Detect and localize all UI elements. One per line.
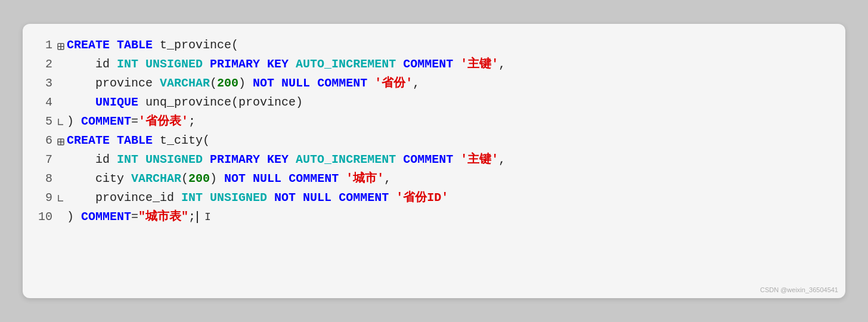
code-token: ): [67, 210, 81, 224]
code-token: 200: [188, 172, 210, 185]
line-fold-icon: [57, 39, 66, 54]
code-token: COMMENT: [310, 76, 367, 90]
code-line: 2 id INT UNSIGNED PRIMARY KEY AUTO_INCRE…: [35, 55, 827, 74]
indent: [67, 150, 95, 169]
code-token: COMMENT: [396, 153, 453, 166]
code-line: 6CREATE TABLE t_city(: [35, 131, 827, 150]
line-number: 8: [35, 169, 52, 188]
line-content: city VARCHAR(200) NOT NULL COMMENT '城市',: [95, 169, 391, 188]
code-token: CREATE TABLE: [67, 38, 153, 52]
line-number: 7: [35, 150, 52, 169]
code-line: 1CREATE TABLE t_province(: [35, 36, 827, 55]
code-line: 10) COMMENT="城市表"; I: [35, 208, 827, 227]
line-content: ) COMMENT='省份表';: [67, 112, 196, 131]
code-token: UNSIGNED: [203, 191, 267, 205]
code-token: =: [131, 210, 138, 224]
code-token: UNSIGNED: [138, 153, 203, 166]
code-token: INT: [174, 191, 203, 205]
code-token: (: [210, 76, 217, 90]
code-token: COMMENT: [396, 57, 453, 71]
code-token: INT: [110, 153, 138, 166]
code-token: COMMENT: [331, 191, 389, 205]
code-block: 1CREATE TABLE t_province(2 id INT UNSIGN…: [35, 36, 827, 227]
line-content: UNIQUE unq_province(province): [95, 93, 303, 112]
line-number: 10: [35, 208, 52, 227]
code-token: city: [95, 172, 124, 185]
line-content: province_id INT UNSIGNED NOT NULL COMMEN…: [95, 188, 448, 208]
line-content: id INT UNSIGNED PRIMARY KEY AUTO_INCREME…: [95, 150, 506, 169]
code-token: COMMENT: [81, 114, 131, 128]
code-token: CREATE TABLE: [67, 134, 153, 147]
code-line: 5) COMMENT='省份表';: [35, 112, 827, 131]
code-token: PRIMARY KEY: [203, 153, 289, 166]
code-token: NOT NULL: [217, 172, 281, 185]
code-token: 200: [217, 76, 238, 90]
code-token: '省份ID': [389, 191, 448, 205]
watermark: CSDN @weixin_36504541: [760, 286, 838, 293]
code-token: INT: [110, 57, 138, 71]
line-fold-icon: [57, 134, 66, 150]
code-token: ): [238, 76, 246, 90]
code-token: AUTO_INCREMENT: [289, 57, 396, 71]
line-number: 5: [35, 112, 52, 131]
code-token: ,: [384, 172, 391, 185]
line-number: 2: [35, 55, 52, 74]
code-token: province_id: [95, 191, 174, 205]
indent: [67, 93, 95, 112]
code-token: PRIMARY KEY: [203, 57, 289, 71]
code-token: '主键': [453, 153, 498, 166]
indent: [67, 188, 95, 208]
code-token: ,: [413, 76, 420, 90]
code-token: NOT NULL: [267, 191, 331, 205]
code-token: AUTO_INCREMENT: [289, 153, 396, 166]
code-token: province: [95, 76, 153, 90]
line-content: CREATE TABLE t_city(: [67, 131, 210, 150]
code-token: UNSIGNED: [138, 57, 203, 71]
code-token: =: [131, 114, 138, 128]
code-token: '城市': [339, 172, 384, 185]
line-number: 4: [35, 93, 52, 112]
code-container: 1CREATE TABLE t_province(2 id INT UNSIGN…: [23, 24, 845, 298]
code-token: '主键': [453, 57, 498, 71]
code-token: COMMENT: [281, 172, 339, 185]
code-token: ;: [188, 114, 196, 128]
code-token: "城市表": [138, 210, 188, 224]
line-content: id INT UNSIGNED PRIMARY KEY AUTO_INCREME…: [95, 55, 506, 74]
line-content: province VARCHAR(200) NOT NULL COMMENT '…: [95, 74, 420, 93]
indent: [67, 74, 95, 93]
code-token: unq_province(province): [138, 95, 303, 109]
line-number: 3: [35, 74, 52, 93]
code-token: ): [67, 114, 81, 128]
code-token: COMMENT: [81, 210, 131, 224]
code-token: ): [210, 172, 217, 185]
line-number: 9: [35, 188, 52, 208]
line-content: ) COMMENT="城市表"; I: [67, 208, 211, 227]
code-token: t_province(: [153, 38, 238, 52]
line-fold-icon: [57, 115, 66, 131]
code-line: 3 province VARCHAR(200) NOT NULL COMMENT…: [35, 74, 827, 93]
line-number: 1: [35, 36, 52, 55]
code-line: 8 city VARCHAR(200) NOT NULL COMMENT '城市…: [35, 169, 827, 188]
indent: [67, 169, 95, 188]
code-line: 4 UNIQUE unq_province(province): [35, 93, 827, 112]
code-line: 9 province_id INT UNSIGNED NOT NULL COMM…: [35, 188, 827, 208]
code-token: id: [95, 153, 110, 166]
code-token: '省份表': [138, 114, 188, 128]
code-token: VARCHAR: [124, 172, 181, 185]
code-token: '省份': [367, 76, 413, 90]
code-token: NOT NULL: [246, 76, 310, 90]
code-token: ,: [498, 153, 506, 166]
line-fold-icon: [57, 191, 66, 207]
code-token: VARCHAR: [153, 76, 210, 90]
ibeam-cursor: I: [198, 211, 211, 223]
code-token: (: [181, 172, 188, 185]
line-content: CREATE TABLE t_province(: [67, 36, 238, 55]
code-line: 7 id INT UNSIGNED PRIMARY KEY AUTO_INCRE…: [35, 150, 827, 169]
code-token: ;: [188, 210, 196, 224]
indent: [67, 55, 95, 74]
code-token: t_city(: [153, 134, 210, 147]
line-number: 6: [35, 131, 52, 150]
code-token: UNIQUE: [95, 95, 138, 109]
code-token: ,: [498, 57, 506, 71]
code-token: id: [95, 57, 110, 71]
